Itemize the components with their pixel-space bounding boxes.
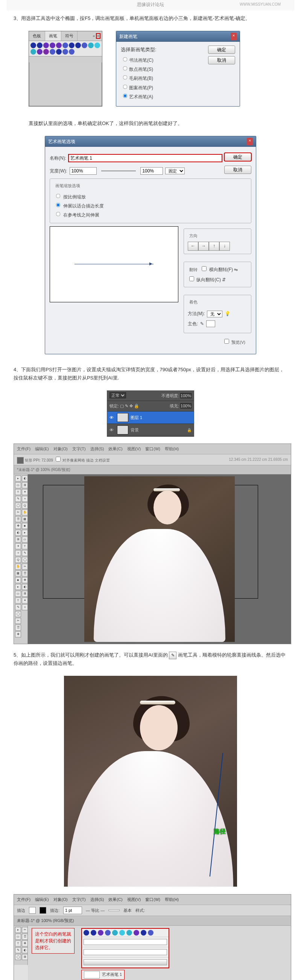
- menu-item[interactable]: 效果(C): [108, 445, 122, 453]
- tool-button[interactable]: ✥: [15, 523, 21, 529]
- direction-button[interactable]: ←: [188, 242, 198, 251]
- brush-type-option[interactable]: 毛刷画笔(B): [121, 74, 204, 82]
- tool-button[interactable]: ✦: [22, 598, 28, 603]
- menu-item[interactable]: 选择(S): [90, 896, 104, 903]
- doc-tab[interactable]: *未标题-1* @ 100% (RGB/预览): [17, 468, 70, 472]
- tool-button[interactable]: ✥: [22, 577, 28, 583]
- menu-item[interactable]: 帮助(H): [165, 445, 179, 453]
- tab-brushes[interactable]: 画笔: [45, 31, 61, 41]
- brush-swatch[interactable]: [119, 930, 125, 935]
- tool-button[interactable]: ◐: [22, 476, 28, 482]
- tool-button[interactable]: T: [15, 489, 21, 495]
- panel-collapse-icon[interactable]: «: [93, 34, 95, 38]
- menu-item[interactable]: 窗口(W): [145, 896, 160, 903]
- brush-swatch[interactable]: [141, 930, 146, 935]
- brush-swatch[interactable]: [88, 43, 94, 48]
- brush-swatch[interactable]: [43, 49, 49, 54]
- tool-button[interactable]: ✋: [22, 509, 28, 515]
- ok-button[interactable]: 确定: [208, 46, 235, 54]
- brush-swatch[interactable]: [62, 43, 68, 48]
- tool-button[interactable]: ◯: [15, 954, 21, 960]
- brush-swatch[interactable]: [56, 49, 62, 54]
- tool-button[interactable]: ⊞: [22, 591, 28, 597]
- tool-button[interactable]: ✎: [15, 604, 21, 610]
- tool-button[interactable]: ◐: [15, 530, 21, 536]
- brush-swatch[interactable]: [69, 43, 74, 48]
- fill-swatch[interactable]: [29, 907, 36, 914]
- preview-checkbox[interactable]: 预览(V): [223, 340, 245, 345]
- brush-swatch[interactable]: [133, 930, 139, 935]
- tool-button[interactable]: ▭: [15, 482, 21, 488]
- tool-button[interactable]: ✦: [22, 489, 28, 495]
- brush-dropdown[interactable]: [81, 928, 170, 968]
- ok-button[interactable]: 确定: [224, 153, 251, 161]
- flip-h[interactable]: 横向翻转(F) ⇋: [200, 267, 238, 272]
- tool-button[interactable]: ◯: [22, 557, 28, 563]
- menu-item[interactable]: 文字(T): [72, 445, 86, 453]
- scale-option[interactable]: 伸展以适合描边长度: [54, 201, 247, 210]
- tool-button[interactable]: ☰: [15, 516, 21, 522]
- visibility-icon[interactable]: 👁: [109, 426, 115, 434]
- brush-swatch[interactable]: [43, 43, 49, 48]
- bride-photo[interactable]: [84, 476, 235, 642]
- tool-button[interactable]: Q: [15, 557, 21, 563]
- tool-button[interactable]: ▦: [22, 516, 28, 522]
- menu-item[interactable]: 对象(O): [54, 896, 68, 903]
- tool-button[interactable]: ▭: [22, 536, 28, 542]
- brush-swatch[interactable]: [56, 43, 62, 48]
- brush-type-option[interactable]: 图案画笔(P): [121, 83, 204, 91]
- brush-swatch[interactable]: [91, 930, 96, 935]
- tool-button[interactable]: ■: [15, 577, 21, 583]
- tool-button[interactable]: ☰: [15, 625, 21, 631]
- menu-item[interactable]: 对象(O): [54, 445, 68, 453]
- brush-swatch[interactable]: [62, 49, 68, 54]
- menu-item[interactable]: 编辑(E): [35, 896, 49, 903]
- menu-item[interactable]: 视图(V): [127, 445, 141, 453]
- tool-button[interactable]: ✂: [22, 927, 28, 933]
- visibility-icon[interactable]: 👁: [109, 414, 115, 421]
- tool-button[interactable]: ◐: [22, 947, 28, 953]
- tool-button[interactable]: ▸: [22, 530, 28, 536]
- brush-type-option[interactable]: 散点画笔(S): [121, 65, 204, 73]
- tool-button[interactable]: ⊞: [15, 536, 21, 542]
- eyedropper-icon[interactable]: ✎: [200, 320, 204, 328]
- brush-swatch[interactable]: [112, 930, 118, 935]
- menu-item[interactable]: 效果(C): [108, 896, 122, 903]
- tab-swatches[interactable]: 色板: [29, 31, 45, 41]
- menu-item[interactable]: 文字(T): [72, 896, 86, 903]
- menu-item[interactable]: 帮助(H): [165, 896, 179, 903]
- tool-button[interactable]: ▭: [15, 591, 21, 597]
- close-icon[interactable]: ×: [247, 138, 253, 145]
- close-icon[interactable]: ×: [231, 33, 237, 40]
- opt-align[interactable]: 对齐像素网格: [54, 458, 86, 462]
- direction-button[interactable]: ↑: [209, 242, 219, 251]
- menu-item[interactable]: 文件(F): [17, 445, 30, 453]
- panel-menu-icon[interactable]: ≡: [96, 33, 100, 39]
- brush-swatch[interactable]: [98, 930, 103, 935]
- fill-swatch[interactable]: [17, 457, 24, 464]
- brush-type-option[interactable]: 书法画笔(C): [121, 56, 204, 64]
- stroke-weight-input[interactable]: [63, 907, 82, 914]
- tool-button[interactable]: ✂: [22, 563, 28, 570]
- tool-button[interactable]: T: [15, 940, 21, 947]
- brush-swatch[interactable]: [82, 43, 87, 48]
- tab-symbols[interactable]: 符号: [61, 31, 78, 41]
- width-mode-select[interactable]: 固定: [165, 167, 185, 174]
- tool-button[interactable]: T: [22, 543, 28, 549]
- bar-style[interactable]: 文档设置: [95, 458, 110, 462]
- tool-button[interactable]: ✥: [22, 940, 28, 947]
- tool-button[interactable]: Q: [22, 503, 28, 509]
- tool-button[interactable]: ◯: [15, 503, 21, 509]
- tool-button[interactable]: ◯: [15, 611, 21, 617]
- tool-button[interactable]: ⊞: [22, 954, 28, 960]
- brush-swatch[interactable]: [148, 930, 154, 935]
- menu-item[interactable]: 窗口(W): [145, 445, 160, 453]
- tool-button[interactable]: ✥: [15, 632, 21, 637]
- tool-button[interactable]: ✎: [15, 496, 21, 502]
- tool-button[interactable]: T: [15, 598, 21, 603]
- brush-swatch[interactable]: [50, 49, 55, 54]
- tool-button[interactable]: ■: [22, 523, 28, 529]
- stroke-swatch[interactable]: [40, 907, 46, 914]
- tool-button[interactable]: ✋: [15, 563, 21, 570]
- flip-v[interactable]: 纵向翻转(C) ⇵: [188, 277, 226, 282]
